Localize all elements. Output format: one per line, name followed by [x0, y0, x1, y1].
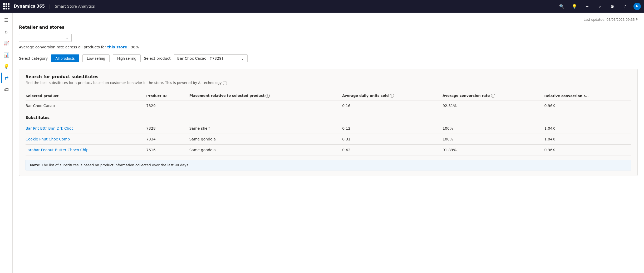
table-row: Cookie Pnut Choc Comp 7334 Same gondola … — [26, 134, 631, 144]
this-store-link[interactable]: this store — [107, 45, 127, 49]
selected-product-id: 7329 — [146, 100, 189, 111]
app-launcher-button[interactable] — [3, 3, 9, 9]
tab-low-selling[interactable]: Low selling — [82, 54, 110, 62]
selected-product-row: Bar Choc Cacao 7329 - 0.16 92.31% 0.96X — [26, 100, 631, 111]
left-sidebar: ☰ ⌂ 📈 📊 💡 ⇄ 🏷 — [0, 13, 13, 273]
col-avg-conversion: Average conversion rate i — [443, 92, 544, 100]
substitute-2-avg-conversion: 100% — [443, 134, 544, 144]
sidebar-item-substitutes[interactable]: ⇄ — [1, 73, 12, 83]
placement-info-icon[interactable]: i — [266, 94, 270, 98]
table-row: Larabar Peanut Butter Choco Chip 7616 Sa… — [26, 144, 631, 155]
col-placement: Placement relative to selected product i — [189, 92, 342, 100]
page-title: Retailer and stores — [19, 25, 638, 30]
tab-all-products[interactable]: All products — [51, 54, 79, 62]
substitute-3-name[interactable]: Larabar Peanut Butter Choco Chip — [26, 144, 146, 155]
tab-high-selling[interactable]: High selling — [113, 54, 141, 62]
substitute-2-placement: Same gondola — [189, 134, 342, 144]
search-section-title: Search for product substitutes — [26, 74, 631, 79]
product-selector-label: Select product — [144, 56, 171, 60]
sidebar-item-reports[interactable]: 📊 — [1, 49, 12, 60]
substitute-1-placement: Same shelf — [189, 123, 342, 134]
selectors-row: Select category All products Low selling… — [19, 54, 638, 62]
selected-product-name: Bar Choc Cacao — [26, 100, 146, 111]
category-selector-label: Select category — [19, 56, 48, 60]
brand-name: Dynamics 365 — [14, 4, 45, 9]
sidebar-item-insights[interactable]: 💡 — [1, 61, 12, 72]
substitute-1-avg-units: 0.12 — [342, 123, 443, 134]
ai-info-icon[interactable]: i — [223, 81, 227, 85]
substitutes-table: Selected product Product ID Placement re… — [26, 92, 631, 155]
selected-product-placement: - — [189, 100, 342, 111]
note-text: The list of substitutes is based on prod… — [42, 163, 189, 167]
lightbulb-icon[interactable]: 💡 — [570, 2, 579, 11]
chevron-down-icon: ⌄ — [65, 36, 68, 40]
store-dropdown-value — [22, 36, 23, 40]
selected-product-relative-conversion: 0.96X — [544, 100, 631, 111]
substitutes-header-row: Substitutes — [26, 111, 631, 123]
substitute-1-id: 7328 — [146, 123, 189, 134]
search-section: Search for product substitutes Find the … — [19, 69, 638, 176]
store-dropdown[interactable]: ⌄ — [19, 34, 72, 42]
top-navigation: Dynamics 365 | Smart Store Analytics 🔍 💡… — [0, 0, 644, 13]
substitute-2-relative-conversion: 1.04X — [544, 134, 631, 144]
product-dropdown-value: Bar Choc Cacao [#7329] — [177, 56, 223, 60]
sidebar-item-tags[interactable]: 🏷 — [1, 84, 12, 95]
sidebar-item-menu[interactable]: ☰ — [1, 15, 12, 25]
table-row: Bar Pnt Bttr Bnn Drk Choc 7328 Same shel… — [26, 123, 631, 134]
settings-icon[interactable]: ⚙ — [608, 2, 617, 11]
substitute-3-id: 7616 — [146, 144, 189, 155]
brand-logo: Dynamics 365 — [14, 4, 45, 9]
search-section-desc: Find the best substitutes for a product,… — [26, 81, 631, 85]
selected-product-avg-conversion: 92.31% — [443, 100, 544, 111]
help-icon[interactable]: ? — [621, 2, 629, 11]
substitute-3-avg-units: 0.42 — [342, 144, 443, 155]
substitute-1-avg-conversion: 100% — [443, 123, 544, 134]
substitute-3-avg-conversion: 91.89% — [443, 144, 544, 155]
nav-separator: | — [49, 4, 51, 9]
col-avg-daily-units: Average daily units sold i — [342, 92, 443, 100]
product-dropdown[interactable]: Bar Choc Cacao [#7329] ⌄ — [174, 54, 248, 62]
substitutes-label: Substitutes — [26, 111, 631, 123]
substitute-2-name[interactable]: Cookie Pnut Choc Comp — [26, 134, 146, 144]
note-box: Note: The list of substitutes is based o… — [26, 160, 631, 170]
col-selected-product: Selected product — [26, 92, 146, 100]
selected-product-avg-units: 0.16 — [342, 100, 443, 111]
col-product-id: Product ID — [146, 92, 189, 100]
substitute-1-relative-conversion: 1.04X — [544, 123, 631, 134]
sidebar-item-analytics[interactable]: 📈 — [1, 38, 12, 48]
app-name: Smart Store Analytics — [55, 4, 95, 8]
conversion-info-text: Average conversion rate across all produ… — [19, 45, 638, 49]
avg-units-info-icon[interactable]: i — [390, 94, 394, 98]
filter-icon[interactable]: ▿ — [596, 2, 604, 11]
substitute-3-relative-conversion: 0.96X — [544, 144, 631, 155]
main-content: Last updated: 05/03/2023 09:35 P Retaile… — [13, 13, 644, 273]
substitute-2-avg-units: 0.31 — [342, 134, 443, 144]
last-updated-label: Last updated: 05/03/2023 09:35 P — [584, 18, 638, 22]
product-chevron-icon: ⌄ — [241, 56, 244, 60]
sidebar-item-home[interactable]: ⌂ — [1, 26, 12, 37]
plus-icon[interactable]: + — [583, 2, 591, 11]
substitute-3-placement: Same gondola — [189, 144, 342, 155]
note-label: Note: — [30, 163, 41, 167]
avg-conversion-info-icon[interactable]: i — [491, 94, 495, 98]
col-relative-conversion: Relative conversion r... — [544, 92, 631, 100]
substitute-1-name[interactable]: Bar Pnt Bttr Bnn Drk Choc — [26, 123, 146, 134]
user-avatar[interactable]: N — [633, 3, 641, 10]
search-icon[interactable]: 🔍 — [558, 2, 566, 11]
substitute-2-id: 7334 — [146, 134, 189, 144]
